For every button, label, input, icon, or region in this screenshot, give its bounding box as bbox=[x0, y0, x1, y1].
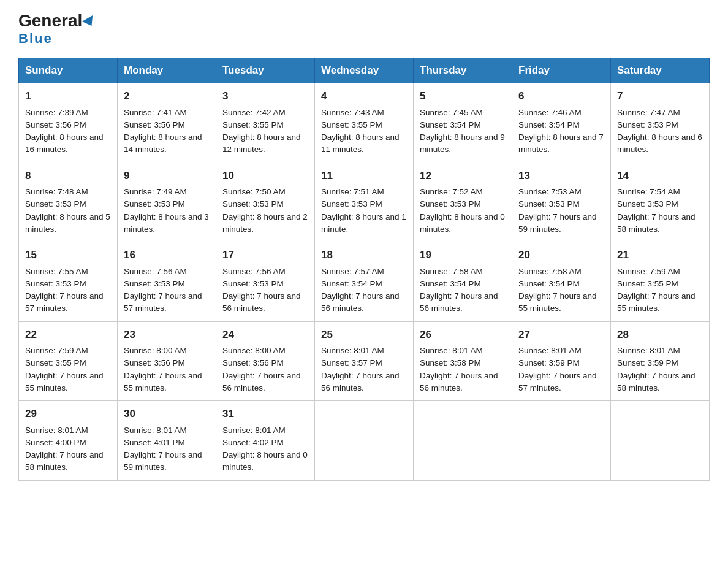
daylight-text: Daylight: 8 hours and 3 minutes. bbox=[124, 212, 209, 234]
sunset-text: Sunset: 3:54 PM bbox=[321, 279, 382, 288]
day-number: 30 bbox=[124, 406, 210, 422]
sunset-text: Sunset: 3:53 PM bbox=[617, 199, 678, 209]
daylight-text: Daylight: 7 hours and 56 minutes. bbox=[222, 371, 301, 393]
calendar-day-cell: 6Sunrise: 7:46 AMSunset: 3:54 PMDaylight… bbox=[512, 83, 611, 163]
calendar-day-cell: 18Sunrise: 7:57 AMSunset: 3:54 PMDayligh… bbox=[315, 242, 414, 322]
day-number: 9 bbox=[124, 168, 210, 184]
sunrise-text: Sunrise: 7:53 AM bbox=[518, 187, 582, 196]
daylight-text: Daylight: 7 hours and 57 minutes. bbox=[518, 371, 597, 393]
daylight-text: Daylight: 7 hours and 56 minutes. bbox=[321, 371, 400, 393]
sunrise-text: Sunrise: 7:42 AM bbox=[222, 108, 286, 117]
daylight-text: Daylight: 8 hours and 6 minutes. bbox=[617, 132, 702, 154]
day-number: 4 bbox=[321, 88, 407, 104]
sunset-text: Sunset: 4:02 PM bbox=[222, 438, 284, 447]
day-number: 16 bbox=[124, 247, 210, 263]
sunset-text: Sunset: 4:00 PM bbox=[25, 438, 86, 447]
calendar-day-cell: 9Sunrise: 7:49 AMSunset: 3:53 PMDaylight… bbox=[118, 163, 216, 242]
day-number: 1 bbox=[25, 88, 111, 104]
daylight-text: Daylight: 8 hours and 0 minutes. bbox=[222, 450, 308, 472]
page-header: General Blue bbox=[18, 12, 710, 47]
weekday-header-tuesday: Tuesday bbox=[216, 58, 315, 83]
sunrise-text: Sunrise: 8:01 AM bbox=[25, 426, 88, 435]
sunrise-text: Sunrise: 8:00 AM bbox=[124, 346, 187, 355]
sunrise-text: Sunrise: 7:46 AM bbox=[518, 108, 582, 117]
day-number: 23 bbox=[124, 327, 210, 343]
sunrise-text: Sunrise: 7:49 AM bbox=[124, 187, 187, 196]
day-number: 29 bbox=[25, 406, 111, 422]
calendar-day-cell: 29Sunrise: 8:01 AMSunset: 4:00 PMDayligh… bbox=[19, 401, 118, 481]
daylight-text: Daylight: 7 hours and 55 minutes. bbox=[25, 371, 104, 393]
sunset-text: Sunset: 3:53 PM bbox=[124, 279, 185, 288]
sunrise-text: Sunrise: 7:58 AM bbox=[420, 267, 483, 276]
day-number: 25 bbox=[321, 327, 407, 343]
calendar-day-cell: 4Sunrise: 7:43 AMSunset: 3:55 PMDaylight… bbox=[315, 83, 414, 163]
day-number: 6 bbox=[518, 88, 604, 104]
weekday-header-row: SundayMondayTuesdayWednesdayThursdayFrid… bbox=[19, 58, 710, 83]
sunset-text: Sunset: 3:59 PM bbox=[518, 358, 580, 367]
calendar-week-row: 1Sunrise: 7:39 AMSunset: 3:56 PMDaylight… bbox=[19, 83, 710, 163]
day-number: 10 bbox=[222, 168, 308, 184]
sunrise-text: Sunrise: 7:58 AM bbox=[518, 267, 582, 276]
daylight-text: Daylight: 7 hours and 58 minutes. bbox=[617, 371, 696, 393]
calendar-day-cell: 12Sunrise: 7:52 AMSunset: 3:53 PMDayligh… bbox=[414, 163, 512, 242]
sunset-text: Sunset: 3:53 PM bbox=[222, 199, 284, 209]
sunset-text: Sunset: 3:53 PM bbox=[420, 199, 481, 209]
daylight-text: Daylight: 8 hours and 7 minutes. bbox=[518, 132, 604, 154]
calendar-day-cell: 11Sunrise: 7:51 AMSunset: 3:53 PMDayligh… bbox=[315, 163, 414, 242]
sunset-text: Sunset: 3:56 PM bbox=[124, 120, 185, 129]
sunset-text: Sunset: 3:53 PM bbox=[617, 120, 678, 129]
calendar-day-cell: 5Sunrise: 7:45 AMSunset: 3:54 PMDaylight… bbox=[414, 83, 512, 163]
weekday-header-saturday: Saturday bbox=[611, 58, 710, 83]
sunrise-text: Sunrise: 7:52 AM bbox=[420, 187, 483, 196]
calendar-day-cell: 26Sunrise: 8:01 AMSunset: 3:58 PMDayligh… bbox=[414, 321, 512, 401]
day-number: 5 bbox=[420, 88, 506, 104]
sunset-text: Sunset: 3:54 PM bbox=[420, 120, 481, 129]
weekday-header-monday: Monday bbox=[118, 58, 216, 83]
calendar-day-cell: 1Sunrise: 7:39 AMSunset: 3:56 PMDaylight… bbox=[19, 83, 118, 163]
daylight-text: Daylight: 8 hours and 0 minutes. bbox=[420, 212, 505, 234]
sunrise-text: Sunrise: 8:01 AM bbox=[420, 346, 483, 355]
weekday-header-thursday: Thursday bbox=[414, 58, 512, 83]
calendar-week-row: 22Sunrise: 7:59 AMSunset: 3:55 PMDayligh… bbox=[19, 321, 710, 401]
logo-triangle-icon bbox=[82, 15, 97, 29]
weekday-header-wednesday: Wednesday bbox=[315, 58, 414, 83]
calendar-day-cell: 23Sunrise: 8:00 AMSunset: 3:56 PMDayligh… bbox=[118, 321, 216, 401]
calendar-day-cell: 13Sunrise: 7:53 AMSunset: 3:53 PMDayligh… bbox=[512, 163, 611, 242]
sunrise-text: Sunrise: 7:43 AM bbox=[321, 108, 384, 117]
sunrise-text: Sunrise: 7:47 AM bbox=[617, 108, 680, 117]
daylight-text: Daylight: 7 hours and 56 minutes. bbox=[420, 291, 498, 313]
calendar-day-cell: 30Sunrise: 8:01 AMSunset: 4:01 PMDayligh… bbox=[118, 401, 216, 481]
sunset-text: Sunset: 4:01 PM bbox=[124, 438, 185, 447]
calendar-day-cell: 15Sunrise: 7:55 AMSunset: 3:53 PMDayligh… bbox=[19, 242, 118, 322]
day-number: 13 bbox=[518, 168, 604, 184]
calendar-day-cell: 19Sunrise: 7:58 AMSunset: 3:54 PMDayligh… bbox=[414, 242, 512, 322]
day-number: 21 bbox=[617, 247, 703, 263]
calendar-day-cell: 22Sunrise: 7:59 AMSunset: 3:55 PMDayligh… bbox=[19, 321, 118, 401]
sunset-text: Sunset: 3:54 PM bbox=[420, 279, 481, 288]
day-number: 12 bbox=[420, 168, 506, 184]
calendar-day-cell bbox=[512, 401, 611, 481]
day-number: 28 bbox=[617, 327, 703, 343]
sunset-text: Sunset: 3:56 PM bbox=[222, 358, 284, 367]
sunset-text: Sunset: 3:58 PM bbox=[420, 358, 481, 367]
day-number: 22 bbox=[25, 327, 111, 343]
sunset-text: Sunset: 3:55 PM bbox=[25, 358, 86, 367]
sunset-text: Sunset: 3:54 PM bbox=[518, 279, 580, 288]
daylight-text: Daylight: 7 hours and 57 minutes. bbox=[124, 291, 202, 313]
sunset-text: Sunset: 3:53 PM bbox=[25, 199, 86, 209]
day-number: 15 bbox=[25, 247, 111, 263]
sunrise-text: Sunrise: 7:56 AM bbox=[222, 267, 286, 276]
weekday-header-friday: Friday bbox=[512, 58, 611, 83]
daylight-text: Daylight: 8 hours and 1 minute. bbox=[321, 212, 406, 234]
sunset-text: Sunset: 3:53 PM bbox=[518, 199, 580, 209]
calendar-day-cell: 14Sunrise: 7:54 AMSunset: 3:53 PMDayligh… bbox=[611, 163, 710, 242]
daylight-text: Daylight: 7 hours and 57 minutes. bbox=[25, 291, 104, 313]
calendar-week-row: 15Sunrise: 7:55 AMSunset: 3:53 PMDayligh… bbox=[19, 242, 710, 322]
sunset-text: Sunset: 3:56 PM bbox=[124, 358, 185, 367]
sunrise-text: Sunrise: 7:55 AM bbox=[25, 267, 88, 276]
day-number: 2 bbox=[124, 88, 210, 104]
day-number: 20 bbox=[518, 247, 604, 263]
daylight-text: Daylight: 8 hours and 16 minutes. bbox=[25, 132, 104, 154]
sunrise-text: Sunrise: 8:01 AM bbox=[222, 426, 286, 435]
sunrise-text: Sunrise: 7:56 AM bbox=[124, 267, 187, 276]
